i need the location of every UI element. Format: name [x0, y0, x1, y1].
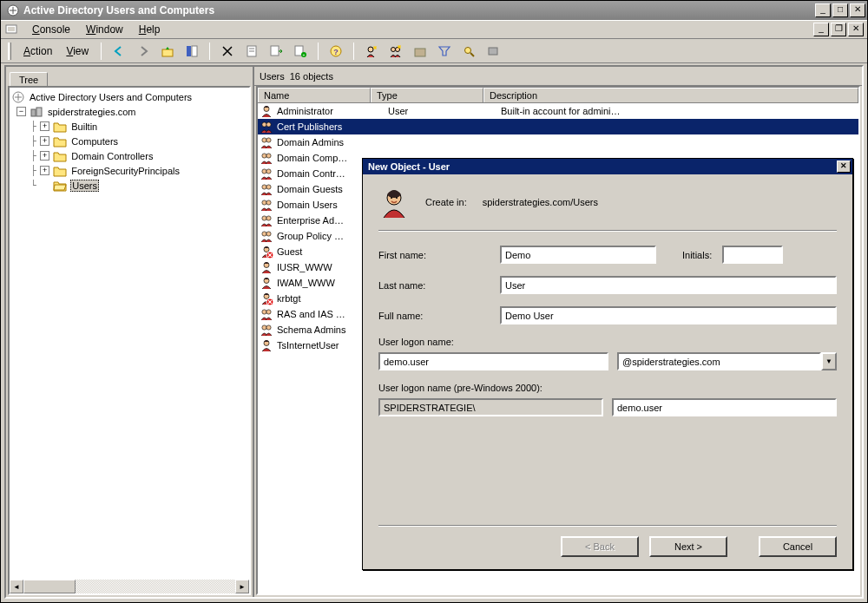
menu-action[interactable]: Action: [18, 43, 57, 59]
tree-item-label[interactable]: Users: [70, 180, 99, 192]
user-icon: [260, 338, 273, 352]
maximize-button[interactable]: □: [832, 3, 848, 17]
svg-point-33: [266, 169, 271, 174]
svg-point-40: [262, 232, 266, 236]
svg-point-51: [266, 325, 271, 330]
col-name[interactable]: Name: [258, 88, 371, 102]
help-button[interactable]: ?: [326, 42, 346, 61]
tree-item[interactable]: ├ +Builtin: [11, 119, 249, 134]
prewin-logon-input[interactable]: [612, 398, 837, 416]
expand-icon[interactable]: +: [40, 166, 49, 175]
titlebar: Active Directory Users and Computers _ □…: [1, 1, 867, 20]
tree-tab[interactable]: Tree: [10, 72, 48, 87]
last-name-input[interactable]: [500, 276, 837, 294]
scroll-thumb[interactable]: [23, 580, 76, 593]
cancel-button[interactable]: Cancel: [759, 536, 837, 557]
user-icon: [260, 104, 273, 118]
tree-item[interactable]: ├ +Domain Controllers: [11, 148, 249, 163]
full-name-label: Full name:: [378, 311, 500, 321]
logon-name-input[interactable]: [378, 352, 608, 370]
svg-point-54: [391, 197, 392, 199]
forward-button[interactable]: [133, 42, 154, 61]
menu-help[interactable]: Help: [132, 22, 168, 37]
mdi-close-button[interactable]: ✕: [848, 23, 864, 36]
list-item-name: Administrator: [275, 106, 383, 116]
expand-icon[interactable]: +: [40, 136, 49, 146]
find-button[interactable]: [458, 42, 479, 61]
list-item-name: Domain Admins: [275, 137, 383, 147]
col-type[interactable]: Type: [371, 88, 483, 102]
dialog-close-button[interactable]: ✕: [837, 161, 851, 173]
snap-in-icon: [11, 90, 25, 104]
collapse-icon[interactable]: −: [16, 107, 26, 116]
first-name-label: First name:: [378, 250, 500, 260]
dialog-titlebar[interactable]: New Object - User ✕: [363, 159, 852, 174]
svg-point-32: [262, 169, 266, 174]
scroll-left-button[interactable]: ◄: [10, 580, 23, 593]
col-description[interactable]: Description: [483, 88, 858, 102]
tree-hscrollbar[interactable]: ◄ ►: [10, 580, 249, 593]
tree-item-label[interactable]: Builtin: [70, 121, 98, 132]
menu-window[interactable]: Window: [79, 22, 130, 37]
expand-icon[interactable]: +: [40, 151, 49, 161]
minimize-button[interactable]: _: [815, 3, 831, 17]
prewin-domain-input: [378, 398, 603, 416]
toolbar-handle[interactable]: [8, 43, 11, 60]
group-icon: [260, 307, 273, 321]
expand-icon[interactable]: +: [40, 121, 49, 131]
list-item-name: Cert Publishers: [275, 121, 383, 132]
list-item[interactable]: Cert Publishers: [258, 119, 858, 134]
svg-point-26: [262, 122, 266, 127]
tree-root-label[interactable]: Active Directory Users and Computers: [29, 92, 193, 102]
tree-item[interactable]: ├ +ForeignSecurityPrincipals: [11, 163, 249, 178]
list-item[interactable]: Domain Admins: [258, 134, 858, 150]
mdi-restore-button[interactable]: ❐: [831, 23, 846, 36]
initials-label: Initials:: [682, 250, 712, 260]
chevron-down-icon[interactable]: ▼: [821, 352, 837, 370]
user-icon: [260, 260, 273, 274]
show-hide-tree-button[interactable]: [181, 42, 202, 61]
group-icon: [260, 198, 273, 212]
svg-point-16: [391, 47, 396, 51]
first-name-input[interactable]: [500, 246, 656, 264]
close-button[interactable]: ✕: [850, 3, 865, 17]
initials-input[interactable]: [722, 246, 783, 264]
tree-item[interactable]: ├ +Computers: [11, 134, 249, 148]
tree-item-label[interactable]: ForeignSecurityPrincipals: [70, 166, 181, 176]
refresh-button[interactable]: +: [290, 42, 311, 61]
new-user-icon[interactable]: [361, 42, 382, 61]
tree-item-label[interactable]: Domain Controllers: [70, 151, 154, 161]
tree-domain-label[interactable]: spiderstrategies.com: [47, 107, 137, 117]
new-ou-icon[interactable]: [410, 42, 431, 61]
tree[interactable]: Active Directory Users and Computers − s…: [8, 86, 251, 595]
svg-point-48: [262, 310, 266, 314]
scroll-right-button[interactable]: ►: [235, 580, 249, 593]
svg-point-30: [262, 154, 266, 158]
filter-button[interactable]: [434, 42, 455, 61]
svg-rect-5: [192, 46, 197, 56]
export-list-button[interactable]: [266, 42, 286, 61]
back-button[interactable]: [108, 42, 129, 61]
up-button[interactable]: [157, 42, 178, 61]
columns-header[interactable]: Name Type Description: [258, 88, 858, 103]
menu-view[interactable]: View: [61, 43, 94, 59]
menu-console[interactable]: Console: [25, 22, 77, 37]
next-button[interactable]: Next >: [649, 536, 727, 557]
group-icon: [260, 229, 273, 243]
upn-suffix-value[interactable]: [617, 352, 821, 370]
new-group-icon[interactable]: [385, 42, 406, 61]
user-head-icon: [378, 187, 410, 218]
mdi-minimize-button[interactable]: _: [813, 23, 829, 36]
tree-item-label[interactable]: Computers: [70, 136, 119, 147]
properties-button[interactable]: [241, 42, 262, 61]
svg-point-37: [266, 200, 271, 205]
full-name-input[interactable]: [500, 306, 837, 324]
svg-text:?: ?: [333, 48, 339, 56]
upn-suffix-combo[interactable]: ▼: [617, 352, 837, 370]
delete-button[interactable]: [217, 42, 238, 61]
connect-domain-button[interactable]: [483, 42, 503, 61]
svg-rect-21: [489, 48, 497, 55]
user-disabled-icon: [260, 245, 273, 259]
tree-item[interactable]: └ Users: [11, 178, 249, 193]
list-item[interactable]: AdministratorUserBuilt-in account for ad…: [258, 103, 858, 119]
